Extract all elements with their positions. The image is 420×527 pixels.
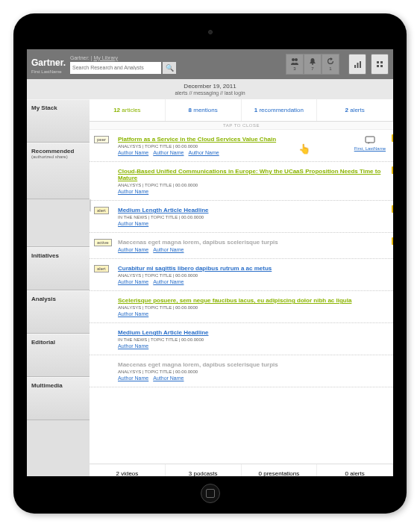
search-wrap: 🔍 xyxy=(70,62,281,74)
author-link[interactable]: Author Name xyxy=(118,150,148,155)
sidebar-label: Analysis xyxy=(31,296,56,302)
sidebar-item-my-stack[interactable]: My Stack xyxy=(27,99,90,143)
chat-icon xyxy=(365,136,375,145)
article-title[interactable]: Medium Length Article Headline xyxy=(118,329,383,336)
screen: Gartner. First LastName Gartner: | My Li… xyxy=(27,49,393,476)
article-title[interactable]: Platform as a Service in the Cloud Servi… xyxy=(118,136,383,143)
svg-rect-4 xyxy=(357,63,358,68)
search-button[interactable]: 🔍 xyxy=(163,62,176,74)
share-widget[interactable]: First, LastName xyxy=(354,136,386,151)
svg-rect-8 xyxy=(377,65,379,67)
article-meta: ANALYSYS | TOPIC TITLE | 00.00.0000 xyxy=(118,144,383,149)
author-link[interactable]: Author Name xyxy=(118,189,148,194)
tab-articles[interactable]: 12 articles xyxy=(90,99,166,121)
pin-icon xyxy=(392,205,393,213)
breadcrumb-link[interactable]: My Library xyxy=(93,55,118,60)
header-icon-refresh[interactable]: 1 xyxy=(322,54,339,75)
author-link[interactable]: Author Name xyxy=(118,311,148,316)
article-authors: Author NameAuthor Name xyxy=(118,279,383,284)
chart-icon[interactable] xyxy=(348,54,366,75)
article-item: Medium Length Article HeadlineIN THE NEW… xyxy=(90,323,393,355)
sidebar-sub: (authorized share) xyxy=(31,155,85,159)
sidebar-item-analysis[interactable]: Analysis xyxy=(27,290,90,334)
bottom-tab-presentations[interactable]: 0 presentations xyxy=(242,464,318,476)
tab-mentions[interactable]: 8 mentions xyxy=(166,99,242,121)
camera-dot xyxy=(208,30,213,34)
grid-icon[interactable] xyxy=(371,54,389,75)
author-link[interactable]: Author Name xyxy=(153,150,184,155)
article-title[interactable]: Curabitur mi sagittis libero dapibus rut… xyxy=(118,265,383,272)
article-title[interactable]: Maecenas eget magna lorem, dapibus scele… xyxy=(118,361,383,368)
article-feed: peerPlatform as a Service in the Cloud S… xyxy=(90,130,393,464)
search-icon: 🔍 xyxy=(166,64,174,72)
header-mid: Gartner: | My Library 🔍 xyxy=(70,55,281,74)
home-button[interactable] xyxy=(201,484,220,503)
article-item: peerPlatform as a Service in the Cloud S… xyxy=(90,130,393,162)
svg-rect-3 xyxy=(354,65,356,68)
article-badge: active xyxy=(94,239,112,246)
article-item: Scelerisque posuere, sem neque faucibus … xyxy=(90,291,393,323)
svg-rect-10 xyxy=(366,137,374,143)
sidebar-item-multimedia[interactable]: Multimedia xyxy=(27,377,90,420)
author-link[interactable]: Author Name xyxy=(153,279,184,284)
header-icon-bell[interactable]: 7 xyxy=(304,54,322,75)
date-links[interactable]: alerts // messaging // last login xyxy=(27,90,393,96)
tab-alerts[interactable]: 2 alerts xyxy=(317,99,393,121)
sidebar-label: My Stack xyxy=(31,105,57,111)
article-item: alertMedium Length Article HeadlineIN TH… xyxy=(90,201,393,233)
sidebar-item-editorial[interactable]: Editorial xyxy=(27,334,90,377)
bottom-tab-alerts[interactable]: 0 alerts xyxy=(317,464,393,476)
article-item: alertCurabitur mi sagittis libero dapibu… xyxy=(90,259,393,291)
svg-point-0 xyxy=(292,58,295,61)
article-meta: IN THE NEWS | TOPIC TITLE | 00.00.0000 xyxy=(118,337,383,342)
svg-point-2 xyxy=(312,63,313,65)
svg-rect-7 xyxy=(380,61,383,63)
bell-icon xyxy=(309,57,316,66)
author-link[interactable]: Author Name xyxy=(118,375,148,381)
refresh-icon xyxy=(327,57,334,66)
tab-recommendation[interactable]: 1 recommendation xyxy=(242,99,318,121)
svg-rect-9 xyxy=(380,65,383,67)
author-link[interactable]: Author Name xyxy=(118,343,148,349)
bottom-tabs: 2 videos3 podcasts0 presentations0 alert… xyxy=(90,464,393,476)
tap-to-close[interactable]: TAP TO CLOSE xyxy=(90,122,393,130)
bottom-tab-podcasts[interactable]: 3 podcasts xyxy=(166,464,242,476)
article-title[interactable]: Scelerisque posuere, sem neque faucibus … xyxy=(118,297,383,304)
search-input[interactable] xyxy=(70,62,161,74)
brand-user: First LastName xyxy=(31,69,66,74)
author-link[interactable]: Author Name xyxy=(153,247,184,252)
author-link[interactable]: Author Name xyxy=(118,279,148,284)
author-link[interactable]: Author Name xyxy=(118,247,148,252)
bottom-tab-videos[interactable]: 2 videos xyxy=(90,464,166,476)
svg-rect-6 xyxy=(377,61,379,63)
article-meta: ANALYSYS | TOPIC TITLE | 00.00.0000 xyxy=(118,369,383,374)
article-authors: Author NameAuthor Name xyxy=(118,375,383,381)
header-icon-people[interactable]: 3 xyxy=(286,54,304,75)
sidebar: My StackRecommended(authorized share)Ini… xyxy=(27,99,90,476)
article-title[interactable]: Cloud-Based Unified Communications in Eu… xyxy=(118,168,383,181)
breadcrumb: Gartner: | My Library xyxy=(70,55,281,60)
article-title[interactable]: Medium Length Article Headline xyxy=(118,207,383,213)
article-authors: Author Name xyxy=(118,343,383,349)
pin-icon xyxy=(392,237,393,245)
article-meta: IN THE NEWS | TOPIC TITLE | 00.00.0000 xyxy=(118,215,383,219)
article-authors: Author Name xyxy=(118,189,383,194)
article-title[interactable]: Maecenas eget magna lorem, dapibus scele… xyxy=(118,239,383,246)
sidebar-item-recommended[interactable]: Recommended(authorized share) xyxy=(27,143,90,199)
ipad-frame: Gartner. First LastName Gartner: | My Li… xyxy=(13,13,407,514)
svg-point-1 xyxy=(295,58,298,61)
author-link[interactable]: Author Name xyxy=(118,221,148,226)
sidebar-item-initiatives[interactable]: Initiatives xyxy=(27,247,90,290)
sidebar-label: Recommended xyxy=(31,148,74,155)
article-meta: ANALYSYS | TOPIC TITLE | 00.00.0000 xyxy=(118,273,383,278)
article-authors: Author NameAuthor NameAuthor Name xyxy=(118,150,383,155)
svg-rect-5 xyxy=(360,61,361,68)
pin-icon xyxy=(392,166,393,174)
sidebar-label: Multimedia xyxy=(31,382,63,389)
author-link[interactable]: Author Name xyxy=(189,150,219,155)
article-authors: Author NameAuthor Name xyxy=(118,247,383,252)
author-link[interactable]: Author Name xyxy=(153,375,184,381)
date-text: December 19, 2011 xyxy=(27,83,393,90)
content: 12 articles8 mentions1 recommendation2 a… xyxy=(90,99,393,476)
article-authors: Author Name xyxy=(118,221,383,226)
